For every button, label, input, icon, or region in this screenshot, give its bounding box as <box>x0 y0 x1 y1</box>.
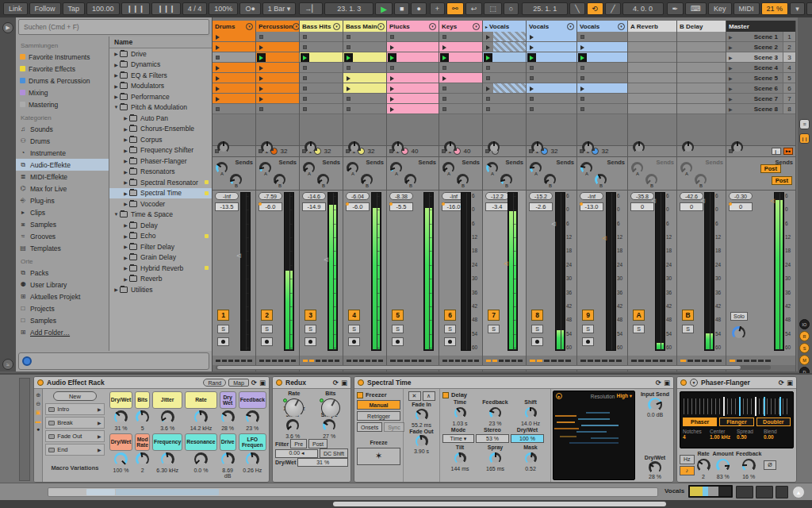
expand-caret-icon[interactable]: ▶ <box>122 276 129 282</box>
device-title-bar[interactable]: ▼Phaser-Flanger⟳▣ <box>677 377 796 389</box>
show-s-toggle[interactable]: S <box>799 343 810 353</box>
expand-caret-icon[interactable]: ▶ <box>122 244 129 249</box>
fader-grab-arrow[interactable]: ◁ <box>652 198 656 204</box>
clip-slot[interactable] <box>300 52 343 63</box>
sidebar-item-midi-effekte[interactable]: ≣MIDI-Effekte <box>16 171 109 183</box>
clip-slot[interactable] <box>256 32 299 42</box>
volume-fader[interactable] <box>774 192 784 351</box>
track-header[interactable]: Percussion▾ <box>256 21 299 32</box>
clip-playing-icon[interactable] <box>259 56 263 60</box>
clip-slot[interactable] <box>256 52 299 63</box>
expand-caret-icon[interactable]: ▶ <box>113 62 120 67</box>
variation-launch-icon[interactable]: ▶ <box>98 447 102 452</box>
loop-length-field[interactable]: 4. 0. 0 <box>622 2 664 15</box>
search-input[interactable]: Suchen (Cmd + F) <box>18 19 209 35</box>
clip-play-icon[interactable] <box>347 76 350 81</box>
clip-slot[interactable] <box>387 104 439 114</box>
clip-slot[interactable] <box>577 42 627 52</box>
clip-stop-icon[interactable] <box>486 97 490 101</box>
variation-row-intro[interactable]: Intro▶ <box>45 403 105 415</box>
clip-play-icon[interactable] <box>486 35 490 40</box>
variation-recall-icon[interactable] <box>48 434 55 439</box>
macro-label[interactable]: Rate <box>185 391 216 409</box>
macro-knob[interactable] <box>194 410 208 424</box>
clip-slot[interactable] <box>387 52 439 63</box>
expand-caret-icon[interactable]: ▶ <box>122 222 129 228</box>
fader-grab-arrow[interactable]: ◁ <box>552 221 556 227</box>
scene-play-icon[interactable]: ▶ <box>726 65 733 71</box>
param-spread[interactable]: Spread0.50 <box>737 429 764 440</box>
sidebar-item-instrumente[interactable]: ◔Instrumente <box>16 147 109 159</box>
solo-button[interactable]: S <box>582 325 594 333</box>
feedback-knob[interactable] <box>742 459 756 472</box>
arm-button[interactable] <box>531 337 543 346</box>
clip-stop-icon[interactable] <box>442 97 446 101</box>
clip-play-icon[interactable] <box>216 87 220 91</box>
new-button[interactable]: + <box>430 2 445 15</box>
peak-level-display[interactable]: -14.6 <box>302 192 326 200</box>
peak-level-display[interactable]: -12.2 <box>485 192 509 200</box>
arm-button[interactable] <box>261 337 273 346</box>
clip-play-icon[interactable] <box>216 97 220 102</box>
clip-play-icon[interactable] <box>442 76 446 81</box>
track-activator[interactable]: 3 <box>304 310 316 321</box>
status-scrollbar[interactable] <box>333 502 666 506</box>
jitter-knob[interactable] <box>286 419 299 432</box>
pan-knob[interactable] <box>682 141 694 153</box>
clip-stop-icon[interactable] <box>530 97 534 101</box>
clip-slot[interactable] <box>387 63 439 73</box>
pan-knob[interactable] <box>633 141 645 153</box>
scene-slot-7[interactable]: ▶Scene 77 <box>726 94 795 104</box>
macro-label[interactable]: Dry/Wet <box>109 391 133 409</box>
arm-button[interactable] <box>217 337 229 346</box>
volume-field[interactable]: -2.6 <box>529 202 553 211</box>
draw-pencil-button[interactable]: ✒ <box>667 2 684 15</box>
save-preset-icon[interactable]: ▣ <box>259 379 266 387</box>
macro-knob[interactable] <box>114 452 128 466</box>
clip-playing-icon[interactable] <box>347 56 350 60</box>
file-row-echo[interactable]: ▶Echo <box>109 231 212 242</box>
param-notches[interactable]: Notches4 <box>683 429 710 440</box>
clip-slot[interactable] <box>387 94 439 104</box>
macro-knob[interactable] <box>221 410 235 424</box>
clip-playing-icon[interactable] <box>486 56 490 60</box>
clip-slot[interactable] <box>300 42 343 52</box>
clip-play-icon[interactable] <box>259 97 263 102</box>
clip-play-icon[interactable] <box>347 87 350 91</box>
clip-playing-icon[interactable] <box>390 56 394 60</box>
clip-stop-icon[interactable] <box>390 35 394 39</box>
spray-knob[interactable] <box>489 452 501 464</box>
hide-devices-button[interactable]: ▲ <box>792 486 805 498</box>
drywet-field[interactable]: 31 % <box>297 458 348 467</box>
volume-field[interactable]: -13.5 <box>215 202 239 211</box>
sidebar-item-packs[interactable]: ⧉Packs <box>16 267 109 279</box>
expand-caret-icon[interactable]: ▶ <box>122 190 129 196</box>
clip-slot[interactable] <box>527 42 576 52</box>
nudge-down-button[interactable]: ❙❙❙ <box>121 2 151 15</box>
sidebar-item-sounds[interactable]: ♫Sounds <box>16 123 109 135</box>
track-collapse-icon[interactable]: ▾ <box>377 23 385 30</box>
clip-slot[interactable] <box>300 104 343 114</box>
expand-caret-icon[interactable]: ▶ <box>122 115 129 121</box>
macro-label[interactable]: Feedback <box>239 391 266 409</box>
scene-play-icon[interactable]: ▶ <box>726 34 733 40</box>
device-thumb[interactable] <box>756 486 773 498</box>
clip-slot[interactable] <box>527 94 576 104</box>
clip-slot[interactable] <box>577 73 627 83</box>
file-row-hybrid-reverb[interactable]: ▶Hybrid Reverb <box>109 263 212 274</box>
clip-play-icon[interactable] <box>580 87 584 91</box>
macro-label[interactable]: Frequency <box>152 433 182 451</box>
clip-stop-icon[interactable] <box>442 66 446 70</box>
show-r-toggle[interactable]: R <box>799 331 810 341</box>
clip-stop-icon[interactable] <box>486 107 490 111</box>
cpu-dropdown[interactable]: ▾ <box>790 2 805 15</box>
record-button[interactable]: ● <box>411 2 426 15</box>
clip-stop-icon[interactable] <box>580 76 584 80</box>
input-send-knob[interactable] <box>648 398 662 412</box>
expand-caret-icon[interactable]: ▶ <box>122 158 129 164</box>
clip-stop-icon[interactable] <box>347 45 350 49</box>
file-row-filter-delay[interactable]: ▶Filter Delay <box>109 241 212 252</box>
solo-button[interactable]: S <box>392 325 404 333</box>
peak-level-display[interactable]: -7.59 <box>259 192 282 200</box>
sidebar-item-grooves[interactable]: ≈Grooves <box>16 230 109 242</box>
